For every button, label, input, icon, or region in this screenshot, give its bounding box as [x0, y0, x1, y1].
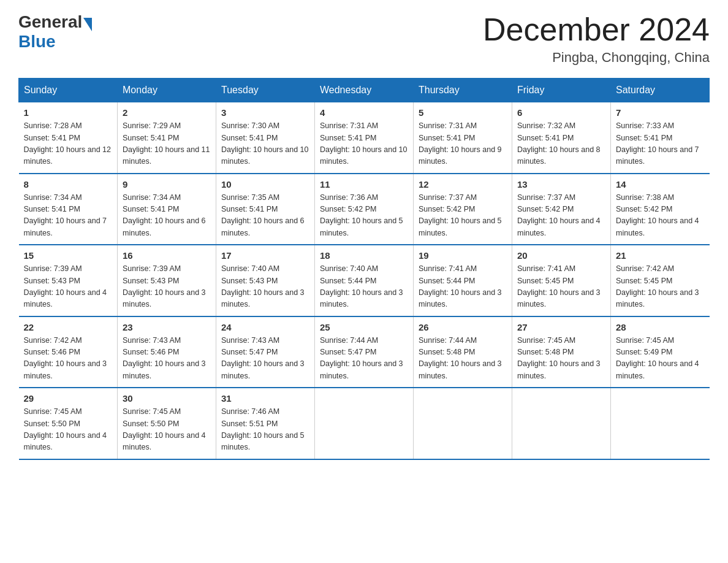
day-info: Sunrise: 7:41 AM Sunset: 5:44 PM Dayligh…: [419, 263, 507, 311]
daylight-label: Daylight: 10 hours and 3 minutes.: [123, 359, 206, 380]
daylight-label: Daylight: 10 hours and 5 minutes.: [320, 216, 403, 237]
day-info: Sunrise: 7:45 AM Sunset: 5:50 PM Dayligh…: [24, 406, 113, 454]
daylight-label: Daylight: 10 hours and 3 minutes.: [221, 288, 305, 308]
daylight-label: Daylight: 10 hours and 10 minutes.: [221, 145, 308, 166]
daylight-label: Daylight: 10 hours and 8 minutes.: [517, 145, 601, 166]
day-info: Sunrise: 7:39 AM Sunset: 5:43 PM Dayligh…: [24, 263, 113, 311]
sunrise-label: Sunrise: 7:31 AM: [419, 121, 477, 130]
day-number: 6: [517, 107, 605, 118]
day-number: 29: [24, 393, 113, 404]
day-info: Sunrise: 7:40 AM Sunset: 5:44 PM Dayligh…: [320, 263, 408, 311]
day-info: Sunrise: 7:29 AM Sunset: 5:41 PM Dayligh…: [123, 120, 211, 168]
day-number: 9: [123, 179, 211, 190]
table-row: [611, 388, 710, 459]
table-row: 4 Sunrise: 7:31 AM Sunset: 5:41 PM Dayli…: [315, 102, 414, 174]
table-row: 12 Sunrise: 7:37 AM Sunset: 5:42 PM Dayl…: [414, 174, 512, 245]
col-saturday: Saturday: [611, 79, 710, 102]
sunset-label: Sunset: 5:48 PM: [517, 348, 574, 356]
day-number: 20: [517, 250, 605, 261]
daylight-label: Daylight: 10 hours and 3 minutes.: [320, 288, 403, 308]
day-number: 3: [221, 107, 309, 118]
sunrise-label: Sunrise: 7:45 AM: [517, 336, 575, 345]
col-wednesday: Wednesday: [315, 79, 414, 102]
sunrise-label: Sunrise: 7:41 AM: [419, 264, 477, 273]
table-row: 17 Sunrise: 7:40 AM Sunset: 5:43 PM Dayl…: [216, 245, 315, 316]
day-info: Sunrise: 7:40 AM Sunset: 5:43 PM Dayligh…: [221, 263, 309, 311]
day-info: Sunrise: 7:34 AM Sunset: 5:41 PM Dayligh…: [123, 192, 211, 240]
daylight-label: Daylight: 10 hours and 4 minutes.: [24, 431, 107, 451]
sunset-label: Sunset: 5:44 PM: [419, 277, 475, 285]
daylight-label: Daylight: 10 hours and 4 minutes.: [616, 216, 699, 237]
sunset-label: Sunset: 5:46 PM: [24, 348, 80, 356]
daylight-label: Daylight: 10 hours and 3 minutes.: [221, 359, 305, 380]
day-number: 10: [221, 179, 309, 190]
table-row: 28 Sunrise: 7:45 AM Sunset: 5:49 PM Dayl…: [611, 316, 710, 388]
table-row: 20 Sunrise: 7:41 AM Sunset: 5:45 PM Dayl…: [512, 245, 611, 316]
table-row: 15 Sunrise: 7:39 AM Sunset: 5:43 PM Dayl…: [19, 245, 118, 316]
table-row: 31 Sunrise: 7:46 AM Sunset: 5:51 PM Dayl…: [216, 388, 315, 459]
table-row: 11 Sunrise: 7:36 AM Sunset: 5:42 PM Dayl…: [315, 174, 414, 245]
day-info: Sunrise: 7:44 AM Sunset: 5:48 PM Dayligh…: [419, 335, 507, 383]
table-row: 2 Sunrise: 7:29 AM Sunset: 5:41 PM Dayli…: [118, 102, 216, 174]
sunset-label: Sunset: 5:41 PM: [24, 205, 80, 213]
sunset-label: Sunset: 5:47 PM: [221, 348, 278, 356]
calendar-header-row: Sunday Monday Tuesday Wednesday Thursday…: [19, 79, 710, 102]
sunrise-label: Sunrise: 7:39 AM: [123, 264, 181, 273]
sunrise-label: Sunrise: 7:35 AM: [221, 193, 279, 202]
sunset-label: Sunset: 5:50 PM: [123, 419, 179, 428]
daylight-label: Daylight: 10 hours and 4 minutes.: [24, 288, 107, 308]
sunrise-label: Sunrise: 7:45 AM: [616, 336, 674, 345]
table-row: 22 Sunrise: 7:42 AM Sunset: 5:46 PM Dayl…: [19, 316, 118, 388]
calendar-week-row: 29 Sunrise: 7:45 AM Sunset: 5:50 PM Dayl…: [19, 388, 710, 459]
day-info: Sunrise: 7:32 AM Sunset: 5:41 PM Dayligh…: [517, 120, 605, 168]
day-info: Sunrise: 7:46 AM Sunset: 5:51 PM Dayligh…: [221, 406, 309, 454]
sunset-label: Sunset: 5:42 PM: [517, 205, 574, 213]
daylight-label: Daylight: 10 hours and 5 minutes.: [221, 431, 305, 451]
daylight-label: Daylight: 10 hours and 6 minutes.: [221, 216, 305, 237]
daylight-label: Daylight: 10 hours and 4 minutes.: [123, 431, 206, 451]
sunrise-label: Sunrise: 7:37 AM: [419, 193, 477, 202]
sunrise-label: Sunrise: 7:42 AM: [616, 264, 674, 273]
day-number: 30: [123, 393, 211, 404]
day-info: Sunrise: 7:31 AM Sunset: 5:41 PM Dayligh…: [320, 120, 408, 168]
logo: General Blue: [18, 12, 93, 52]
daylight-label: Daylight: 10 hours and 12 minutes.: [24, 145, 111, 166]
sunrise-label: Sunrise: 7:40 AM: [320, 264, 378, 273]
day-number: 16: [123, 250, 211, 261]
day-number: 5: [419, 107, 507, 118]
table-row: 25 Sunrise: 7:44 AM Sunset: 5:47 PM Dayl…: [315, 316, 414, 388]
day-number: 8: [24, 179, 113, 190]
daylight-label: Daylight: 10 hours and 10 minutes.: [320, 145, 407, 166]
table-row: 29 Sunrise: 7:45 AM Sunset: 5:50 PM Dayl…: [19, 388, 118, 459]
month-title: December 2024: [483, 12, 710, 47]
daylight-label: Daylight: 10 hours and 3 minutes.: [320, 359, 403, 380]
day-number: 15: [24, 250, 113, 261]
day-info: Sunrise: 7:33 AM Sunset: 5:41 PM Dayligh…: [616, 120, 705, 168]
sunrise-label: Sunrise: 7:30 AM: [221, 121, 279, 130]
sunset-label: Sunset: 5:41 PM: [221, 134, 278, 142]
table-row: 7 Sunrise: 7:33 AM Sunset: 5:41 PM Dayli…: [611, 102, 710, 174]
sunset-label: Sunset: 5:41 PM: [320, 134, 376, 142]
daylight-label: Daylight: 10 hours and 3 minutes.: [24, 359, 107, 380]
sunrise-label: Sunrise: 7:34 AM: [24, 193, 82, 202]
col-tuesday: Tuesday: [216, 79, 315, 102]
table-row: [512, 388, 611, 459]
day-number: 28: [616, 322, 705, 332]
daylight-label: Daylight: 10 hours and 6 minutes.: [123, 216, 206, 237]
day-info: Sunrise: 7:43 AM Sunset: 5:46 PM Dayligh…: [123, 335, 211, 383]
sunset-label: Sunset: 5:50 PM: [24, 419, 80, 428]
day-number: 2: [123, 107, 211, 118]
sunrise-label: Sunrise: 7:45 AM: [123, 407, 181, 416]
sunrise-label: Sunrise: 7:37 AM: [517, 193, 575, 202]
col-thursday: Thursday: [414, 79, 512, 102]
table-row: 9 Sunrise: 7:34 AM Sunset: 5:41 PM Dayli…: [118, 174, 216, 245]
sunset-label: Sunset: 5:43 PM: [24, 277, 80, 285]
logo-triangle-icon: [83, 18, 92, 31]
table-row: [414, 388, 512, 459]
sunrise-label: Sunrise: 7:40 AM: [221, 264, 279, 273]
sunrise-label: Sunrise: 7:28 AM: [24, 121, 82, 130]
day-number: 19: [419, 250, 507, 261]
day-info: Sunrise: 7:39 AM Sunset: 5:43 PM Dayligh…: [123, 263, 211, 311]
day-number: 17: [221, 250, 309, 261]
sunset-label: Sunset: 5:41 PM: [123, 205, 179, 213]
